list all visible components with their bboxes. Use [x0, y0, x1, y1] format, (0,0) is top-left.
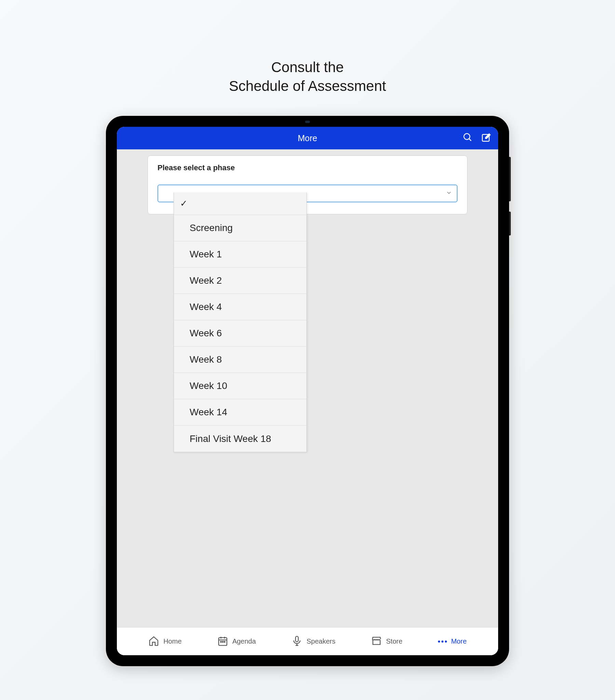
tablet-side-button-2	[509, 212, 511, 236]
svg-point-7	[221, 641, 222, 642]
dropdown-item[interactable]: Week 1	[174, 241, 306, 267]
more-dots-icon	[438, 640, 447, 642]
dropdown-item-label: Week 6	[190, 328, 222, 339]
svg-point-0	[464, 134, 470, 140]
content-area: Please select a phase ✓ Screening	[117, 149, 498, 627]
dropdown-item-label: Week 8	[190, 354, 222, 365]
top-bar-actions	[463, 132, 491, 144]
dropdown-item[interactable]: Week 2	[174, 267, 306, 294]
dropdown-item-label: Week 10	[190, 380, 227, 391]
checkmark-icon: ✓	[180, 198, 188, 209]
dropdown-item[interactable]: Final Visit Week 18	[174, 426, 306, 452]
dropdown-item[interactable]: Week 10	[174, 373, 306, 399]
tablet-side-button	[509, 157, 511, 201]
home-icon	[148, 635, 159, 648]
svg-rect-10	[296, 636, 298, 641]
app-screen: More Please select a pha	[117, 127, 498, 655]
nav-home[interactable]: Home	[148, 635, 181, 648]
nav-label: Home	[163, 637, 181, 645]
dropdown-item[interactable]: Week 8	[174, 347, 306, 373]
top-bar: More	[117, 127, 498, 149]
svg-point-9	[224, 641, 225, 642]
search-icon[interactable]	[463, 132, 473, 144]
dropdown-item-label: Final Visit Week 18	[190, 434, 271, 444]
nav-label: Agenda	[232, 637, 256, 645]
calendar-icon	[217, 635, 228, 648]
microphone-icon	[291, 635, 302, 648]
page-title: More	[298, 133, 317, 143]
nav-label: Store	[386, 637, 402, 645]
dropdown-item-label: Week 4	[190, 301, 222, 312]
phase-select-label: Please select a phase	[158, 163, 457, 172]
nav-label: More	[451, 637, 467, 645]
tablet-camera	[305, 121, 310, 123]
chevron-down-icon	[447, 190, 451, 197]
dropdown-item[interactable]: Week 6	[174, 320, 306, 347]
tablet-frame: More Please select a pha	[106, 116, 509, 666]
compose-icon[interactable]	[481, 132, 491, 144]
bottom-nav: Home Agenda	[117, 627, 498, 655]
store-icon	[371, 635, 382, 648]
dropdown-item[interactable]: Week 14	[174, 399, 306, 426]
dropdown-item[interactable]: Screening	[174, 215, 306, 241]
phase-dropdown-menu: ✓ Screening Week 1 Week 2 Week 4 Week 6	[174, 192, 307, 452]
dropdown-item-label: Week 14	[190, 407, 227, 418]
dropdown-item-label: Week 1	[190, 249, 222, 260]
dropdown-item-label: Week 2	[190, 275, 222, 286]
svg-point-8	[223, 641, 224, 642]
nav-label: Speakers	[306, 637, 336, 645]
nav-speakers[interactable]: Speakers	[291, 635, 336, 648]
dropdown-item-label: Screening	[190, 223, 233, 234]
promo-line2: Schedule of Assessment	[229, 77, 386, 96]
dropdown-item-selected[interactable]: ✓	[174, 192, 306, 215]
dropdown-item[interactable]: Week 4	[174, 294, 306, 320]
nav-agenda[interactable]: Agenda	[217, 635, 256, 648]
nav-store[interactable]: Store	[371, 635, 402, 648]
promo-line1: Consult the	[229, 58, 386, 77]
svg-line-1	[469, 139, 471, 141]
nav-more[interactable]: More	[438, 637, 467, 645]
promo-title: Consult the Schedule of Assessment	[229, 58, 386, 95]
